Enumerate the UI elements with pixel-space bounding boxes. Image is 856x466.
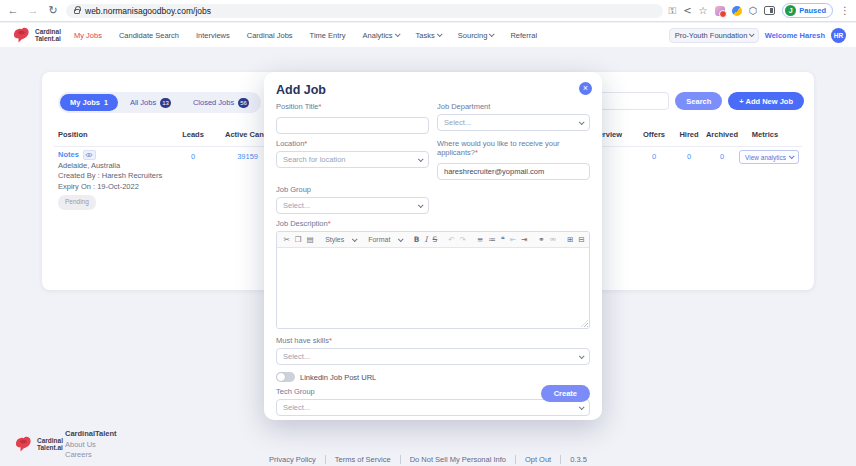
blockquote-icon[interactable]: ❝ xyxy=(498,236,507,244)
main-nav: My Jobs Candidate Search Interviews Card… xyxy=(74,31,537,40)
location-select[interactable]: Search for location xyxy=(276,151,429,168)
linkedin-url-toggle[interactable] xyxy=(276,372,295,382)
password-key-icon[interactable]: ⚿ xyxy=(669,6,677,16)
must-have-skills-select[interactable]: Select... xyxy=(276,348,590,365)
reload-icon[interactable]: ↻ xyxy=(46,4,60,18)
legal-privacy-policy[interactable]: Privacy Policy xyxy=(260,455,325,464)
create-button[interactable]: Create xyxy=(541,385,590,402)
tech-group-select[interactable]: Select... xyxy=(276,399,590,416)
nav-tasks[interactable]: Tasks xyxy=(416,31,441,40)
position-title-input[interactable] xyxy=(276,117,429,134)
footer-link-about-us[interactable]: About Us xyxy=(65,440,117,451)
chevron-down-icon xyxy=(418,202,424,208)
bold-icon[interactable]: B xyxy=(411,236,422,244)
chevron-down-icon xyxy=(789,153,795,159)
back-icon[interactable]: ← xyxy=(6,4,20,18)
col-offers: Offers xyxy=(636,130,672,139)
footer-brand-line2: Talent.ai xyxy=(37,444,63,451)
italic-icon[interactable]: I xyxy=(422,236,430,244)
cardinal-bird-icon xyxy=(12,434,34,454)
extensions-puzzle-icon[interactable]: ⬡ xyxy=(749,6,758,16)
bullet-list-icon[interactable]: ≔ xyxy=(486,236,499,244)
styles-dropdown[interactable]: Styles xyxy=(322,236,359,243)
paste-icon[interactable]: ▤ xyxy=(304,236,316,244)
legal-bar: Privacy Policy Terms of Service Do Not S… xyxy=(0,455,856,464)
legal-do-not-sell[interactable]: Do Not Sell My Personal Info xyxy=(400,455,515,464)
add-new-job-button[interactable]: + Add New Job xyxy=(728,92,804,110)
organization-select[interactable]: Pro-Youth Foundation xyxy=(669,28,759,43)
tab-my-jobs[interactable]: My Jobs1 xyxy=(60,94,118,111)
archived-count-link[interactable]: 0 xyxy=(702,152,742,161)
table-row: Notes Adelaide, Australia Created By : H… xyxy=(58,150,162,210)
active-candidates-link[interactable]: 39159 xyxy=(212,152,258,161)
user-avatar[interactable]: HR xyxy=(831,28,846,43)
chevron-down-icon xyxy=(489,31,495,37)
extension-icon-1[interactable] xyxy=(715,6,725,16)
app-logo[interactable]: CardinalTalent.ai xyxy=(10,25,62,45)
col-archived: Archived xyxy=(702,130,742,139)
nav-cardinal-jobs[interactable]: Cardinal Jobs xyxy=(247,31,293,40)
tab-closed-jobs[interactable]: Closed Jobs56 xyxy=(183,94,259,111)
redo-icon[interactable]: ↷ xyxy=(457,236,468,244)
view-analytics-button[interactable]: View analytics xyxy=(739,150,799,164)
job-department-select[interactable]: Select... xyxy=(437,114,590,131)
indent-icon[interactable]: ⇥ xyxy=(519,236,530,244)
browser-menu-icon[interactable]: ⋮ xyxy=(840,6,850,16)
nav-candidate-search[interactable]: Candidate Search xyxy=(119,31,179,40)
extension-icon-2[interactable] xyxy=(732,6,742,16)
legal-terms-of-service[interactable]: Terms of Service xyxy=(325,455,400,464)
app-header: CardinalTalent.ai My Jobs Candidate Sear… xyxy=(0,23,856,47)
nav-sourcing[interactable]: Sourcing xyxy=(458,31,494,40)
jobs-tabs: My Jobs1 All Jobs13 Closed Jobs56 xyxy=(58,92,261,113)
bookmark-star-icon[interactable]: ☆ xyxy=(699,6,708,16)
strikethrough-icon[interactable]: S xyxy=(430,236,440,244)
browser-profile-chip[interactable]: J Paused xyxy=(782,3,833,18)
nav-my-jobs[interactable]: My Jobs xyxy=(74,31,102,40)
brand-line1: Cardinal xyxy=(35,28,61,35)
share-icon[interactable]: < xyxy=(683,6,691,16)
numbered-list-icon[interactable]: ≡ xyxy=(474,236,485,244)
chevron-down-icon xyxy=(394,31,400,37)
col-metrics: Metrics xyxy=(737,130,793,139)
address-bar[interactable]: web.normanisagoodboy.com/jobs xyxy=(66,4,663,18)
chevron-down-icon xyxy=(579,119,585,125)
table-icon[interactable]: ⊞ xyxy=(564,236,575,244)
undo-icon[interactable]: ↶ xyxy=(446,236,457,244)
copy-icon[interactable]: ❐ xyxy=(292,236,304,244)
footer-logo: CardinalTalent.ai xyxy=(12,434,63,454)
close-icon[interactable]: × xyxy=(579,82,592,95)
cut-icon[interactable]: ✂ xyxy=(281,236,292,244)
tab-count-badge: 1 xyxy=(104,98,108,108)
job-title-link[interactable]: Notes xyxy=(58,150,162,161)
applicants-email-input[interactable] xyxy=(437,163,590,180)
nav-time-entry[interactable]: Time Entry xyxy=(310,31,346,40)
required-asterisk: * xyxy=(475,148,478,157)
job-description-textarea[interactable] xyxy=(277,248,589,328)
job-department-label: Job Department xyxy=(437,102,590,111)
unlink-icon[interactable]: ⚮ xyxy=(547,236,558,244)
side-panel-icon[interactable] xyxy=(764,6,775,15)
nav-interviews[interactable]: Interviews xyxy=(196,31,230,40)
organization-value: Pro-Youth Foundation xyxy=(675,31,748,40)
chevron-down-icon xyxy=(437,31,443,37)
horizontal-rule-icon[interactable]: ⊟ xyxy=(576,236,587,244)
hired-count-link[interactable]: 0 xyxy=(672,152,706,161)
job-group-select[interactable]: Select... xyxy=(276,197,429,214)
link-icon[interactable]: ⚭ xyxy=(536,236,547,244)
chevron-down-icon xyxy=(579,404,585,410)
search-button[interactable]: Search xyxy=(675,92,722,110)
position-title-label: Position Title xyxy=(276,102,319,111)
chevron-down-icon xyxy=(418,156,424,162)
outdent-icon[interactable]: ⇤ xyxy=(507,236,518,244)
leads-count-link[interactable]: 0 xyxy=(178,152,208,161)
offers-count-link[interactable]: 0 xyxy=(636,152,672,161)
nav-analytics[interactable]: Analytics xyxy=(363,31,399,40)
required-asterisk: * xyxy=(319,102,322,111)
tab-all-jobs[interactable]: All Jobs13 xyxy=(120,94,181,111)
format-dropdown[interactable]: Format xyxy=(365,236,405,243)
nav-referral[interactable]: Referral xyxy=(510,31,537,40)
forward-icon[interactable]: → xyxy=(26,4,40,18)
browser-window: ← → ↻ web.normanisagoodboy.com/jobs ⚿ < … xyxy=(0,0,856,466)
view-notes-icon[interactable] xyxy=(83,150,96,160)
legal-opt-out[interactable]: Opt Out xyxy=(515,455,560,464)
